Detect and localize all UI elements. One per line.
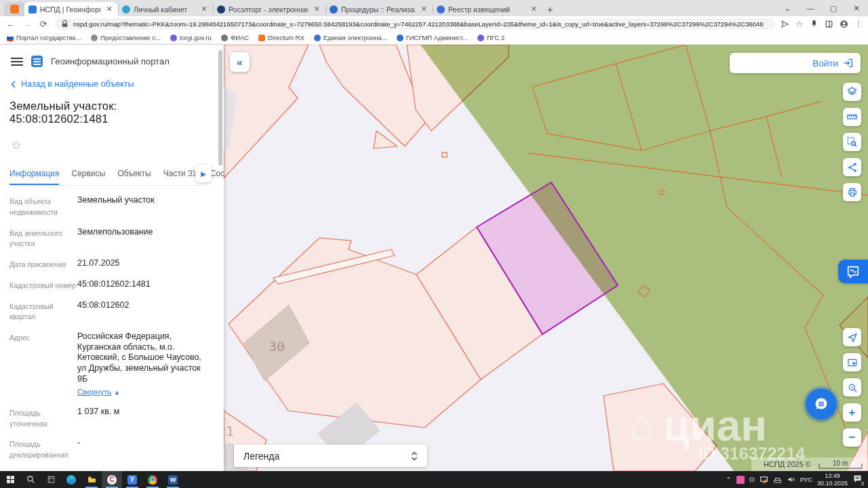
share-page-icon[interactable] <box>781 20 789 28</box>
login-button[interactable]: Войти <box>730 53 861 73</box>
bookmark-star-icon[interactable]: ☆ <box>795 19 804 29</box>
reload-icon[interactable]: ⟳ <box>38 19 49 29</box>
map-attribution: НСПД 2025 © 10 m <box>751 458 868 471</box>
bookmark-favicon <box>91 35 98 41</box>
window-close-button[interactable]: ✕ <box>845 0 868 16</box>
minimap-button[interactable] <box>843 353 861 371</box>
tab-close-icon[interactable]: ✕ <box>529 5 538 14</box>
notification-center-button[interactable]: 3 <box>852 474 863 485</box>
chrome-taskbar-icon[interactable] <box>142 471 163 488</box>
print-button[interactable] <box>843 183 861 201</box>
svg-text:НСПД 2025 ©: НСПД 2025 © <box>764 460 811 468</box>
tray-expand-icon[interactable]: ⌃ <box>726 476 731 483</box>
tray-display-icon[interactable] <box>760 475 768 484</box>
bookmark-item[interactable]: Портал государстве... <box>7 34 81 41</box>
browser-tab-registry[interactable]: Реестр извещений ✕ <box>433 2 542 16</box>
yandex-browser-taskbar-icon[interactable]: Y <box>122 471 142 488</box>
area-select-icon <box>846 136 858 148</box>
map-feedback-icon <box>846 264 861 279</box>
browser-menu-icon[interactable]: ⋮ <box>854 19 863 28</box>
tab-close-icon[interactable]: ✕ <box>104 5 114 14</box>
tabs-scroll-right-button[interactable]: ▶ <box>195 165 212 182</box>
bookmark-item[interactable]: ПГС 2 <box>477 34 505 41</box>
my-location-button[interactable] <box>843 328 861 346</box>
collapse-panel-button[interactable]: « <box>230 52 250 72</box>
back-to-results-link[interactable]: Назад в найденные объекты <box>11 79 208 89</box>
bookmark-item[interactable]: Предоставление с... <box>91 34 161 41</box>
bookmark-item[interactable]: torgi.gov.ru <box>170 34 212 41</box>
extension-pin-icon[interactable] <box>810 20 818 28</box>
search-object-icon <box>847 382 858 393</box>
browser-toolbar: ← → ⟳ nspd.gov.ru/map?thematic=PKK&zoom=… <box>0 16 868 31</box>
window-menu-icon[interactable]: ⌄ <box>776 0 799 16</box>
taskbar-clock[interactable]: 13:49 30.10.2025 <box>817 472 848 487</box>
tab-close-icon[interactable]: ✕ <box>199 5 209 14</box>
bookmark-item[interactable]: Единая электронна... <box>314 34 387 41</box>
object-search-button[interactable] <box>843 378 861 396</box>
tab-close-icon[interactable]: ✕ <box>312 5 321 14</box>
browser-tab-procedures[interactable]: Процедуры :: Реализация гос ✕ <box>326 2 433 16</box>
feedback-widget-button[interactable] <box>838 260 868 283</box>
bookmark-item[interactable]: ФИАС <box>221 34 249 41</box>
file-explorer-taskbar-icon[interactable] <box>81 471 102 488</box>
task-view-icon <box>47 475 56 484</box>
zoom-in-button[interactable]: + <box>843 403 861 422</box>
tab-close-icon[interactable]: ✕ <box>419 5 429 14</box>
measure-button[interactable] <box>843 108 861 126</box>
bookmark-favicon <box>477 35 484 41</box>
folder-icon <box>87 475 96 484</box>
menu-hamburger-icon[interactable] <box>11 58 23 66</box>
panel-scrollbar[interactable] <box>218 47 222 468</box>
attribute-row: Площадь декларированная- <box>9 438 208 461</box>
layers-button[interactable] <box>843 83 861 101</box>
layers-icon <box>846 86 858 98</box>
task-view-button[interactable] <box>41 471 61 488</box>
support-chat-button[interactable] <box>806 388 837 420</box>
start-button[interactable] <box>0 471 20 488</box>
network-icon[interactable] <box>773 475 782 484</box>
address-value: Российская Федерация, Курганская область… <box>77 331 201 384</box>
bookmark-item[interactable]: ГИСГМП Админист... <box>397 34 468 41</box>
share-button[interactable] <box>843 158 861 176</box>
tab-title: Процедуры :: Реализация гос <box>341 5 415 14</box>
tab-objects[interactable]: Объекты <box>117 165 151 185</box>
panel-tabs: Информация Сервисы Объекты Части ЗУ Сост… <box>9 165 208 186</box>
padlock-icon <box>60 20 69 28</box>
language-indicator[interactable]: РУС <box>800 476 812 483</box>
area-search-button[interactable] <box>843 133 861 151</box>
map-canvas[interactable]: 30 21 ⌂ циан <box>224 45 868 471</box>
window-minimize-button[interactable]: — <box>799 0 822 16</box>
scale-label: 10 m <box>833 460 848 467</box>
tray-sync-icon[interactable]: ⊙ <box>749 476 755 483</box>
bookmark-item[interactable]: Directum RX <box>258 34 304 41</box>
browser-tab-lk[interactable]: Личный кабинет ✕ <box>118 2 213 16</box>
taskbar-search-button[interactable] <box>20 471 41 488</box>
browser-tab-nspd[interactable]: НСПД | Геоинформационный п ✕ <box>24 2 118 16</box>
forward-icon[interactable]: → <box>22 19 33 29</box>
profile-avatar-icon[interactable] <box>840 20 848 28</box>
window-maximize-button[interactable]: ▢ <box>822 0 845 16</box>
collapse-address-link[interactable]: Свернуть <box>77 387 111 396</box>
tab-services[interactable]: Сервисы <box>71 165 105 185</box>
cadastral-map: 30 21 ⌂ циан <box>224 45 868 471</box>
volume-icon[interactable] <box>787 475 795 484</box>
reading-list-icon[interactable] <box>825 20 833 28</box>
new-tab-button[interactable]: + <box>542 2 557 16</box>
tab-favicon <box>330 5 338 14</box>
favorite-star-icon[interactable]: ☆ <box>11 138 26 152</box>
attribute-row: Дата присвоения21.07.2025 <box>9 258 208 270</box>
zoom-out-button[interactable]: − <box>843 428 861 447</box>
tab-information[interactable]: Информация <box>9 165 59 185</box>
browser-tab-roseltorg[interactable]: Росэлторг - электронная торго ✕ <box>213 2 326 16</box>
active-app-taskbar-icon[interactable]: C <box>102 471 122 488</box>
app-logo-icon: C <box>107 475 117 485</box>
svg-text:⌂: ⌂ <box>629 401 654 448</box>
legend-toggle[interactable]: Легенда <box>234 445 427 467</box>
edge-taskbar-icon[interactable] <box>61 471 81 488</box>
tab-parcel-parts[interactable]: Части ЗУ <box>163 165 198 185</box>
word-taskbar-icon[interactable]: W <box>163 471 183 488</box>
back-icon[interactable]: ← <box>5 19 16 29</box>
tray-app-icon[interactable] <box>736 476 745 484</box>
address-bar[interactable]: nspd.gov.ru/map?thematic=PKK&zoom=19.298… <box>54 18 775 30</box>
pinned-tab[interactable] <box>4 2 24 16</box>
